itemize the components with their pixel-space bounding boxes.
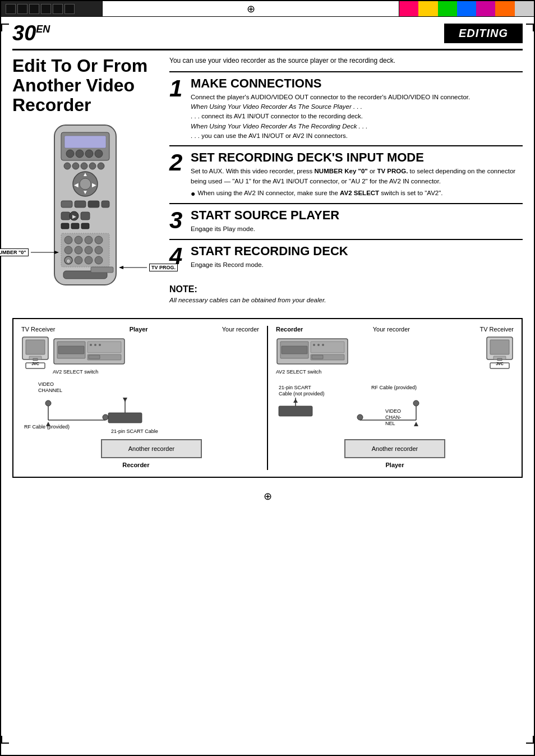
intro-text: You can use your video recorder as the s… — [169, 56, 523, 66]
svg-point-40 — [75, 256, 82, 264]
svg-point-37 — [95, 246, 103, 254]
note-text: All necessary cables can be obtained fro… — [169, 296, 523, 305]
color-block-5 — [476, 1, 495, 16]
svg-point-8 — [72, 163, 79, 169]
svg-rect-26 — [61, 223, 69, 229]
step-4-content: START RECORDING DECK Engage its Record m… — [191, 245, 523, 270]
note-section: NOTE: All necessary cables can be obtain… — [169, 280, 523, 309]
tv-receiver-right-svg: JVC — [486, 336, 514, 370]
svg-rect-81 — [282, 346, 307, 354]
step-4: 4 START RECORDING DECK Engage its Record… — [169, 239, 523, 274]
svg-text:▲: ▲ — [82, 171, 88, 177]
av2-select-label-right: AV2 SELECT switch — [276, 369, 482, 375]
svg-point-31 — [75, 236, 82, 244]
arrow-tvprog — [119, 264, 147, 271]
diagram-left-bottom-label: Recorder — [122, 462, 149, 470]
corner-mark-br — [526, 736, 534, 744]
diagram-right: Recorder Your recorder TV Receiver — [267, 326, 514, 470]
svg-text:CHAN-: CHAN- — [385, 414, 402, 420]
svg-text:▼: ▼ — [82, 189, 88, 195]
another-recorder-right-wrap: Another recorder — [276, 439, 514, 458]
stripe-5 — [53, 4, 63, 14]
tv-receiver-svg: JVC — [21, 336, 49, 370]
av2-select-label-left: AV2 SELECT switch — [53, 369, 259, 375]
step-2-title: SET RECORDING DECK'S INPUT MODE — [191, 151, 523, 164]
svg-rect-25 — [81, 212, 90, 220]
step-4-desc-1: Engage its Record mode. — [191, 261, 264, 268]
diagram-right-your-recorder-label: Your recorder — [373, 326, 410, 333]
diagram-right-devices: AV2 SELECT switch JVC — [276, 336, 514, 375]
svg-point-36 — [85, 246, 93, 254]
top-bar-black — [1, 1, 102, 16]
svg-point-33 — [95, 236, 103, 244]
top-bar-center: ⊕ — [102, 1, 399, 16]
step-1: 1 MAKE CONNECTIONS Connect the player's … — [169, 71, 523, 145]
svg-rect-20 — [88, 201, 99, 208]
diagram-left-connections: VIDEO CHANNEL RF Cable (provided) 21-pin… — [21, 378, 259, 436]
color-block-7 — [515, 1, 534, 16]
svg-text:JVC: JVC — [31, 362, 39, 366]
connections-svg-left: VIDEO CHANNEL RF Cable (provided) 21-pin… — [21, 378, 195, 434]
svg-text:▶: ▶ — [92, 182, 96, 188]
step-1-desc-4: When Using Your Video Recorder As The Re… — [191, 123, 368, 130]
step-2-bullet: ● When using the AV2 IN connector, make … — [191, 188, 523, 199]
step-3: 3 START SOURCE PLAYER Engage its Play mo… — [169, 203, 523, 238]
svg-rect-54 — [33, 358, 38, 361]
svg-point-35 — [75, 246, 82, 254]
step-2-number: 2 — [169, 151, 185, 174]
svg-rect-44 — [91, 267, 113, 273]
svg-point-9 — [81, 163, 87, 169]
step-3-desc-1: Engage its Play mode. — [191, 225, 255, 232]
stripe-3 — [29, 4, 39, 14]
svg-point-69 — [103, 414, 108, 420]
tv-receiver-right: JVC — [486, 336, 514, 371]
svg-point-6 — [95, 150, 103, 158]
svg-marker-105 — [414, 422, 418, 426]
step-1-desc-2: When Using Your Video Recorder As The So… — [191, 103, 362, 110]
number0-label: NUMBER "0" — [0, 248, 59, 256]
svg-point-66 — [45, 400, 51, 406]
corner-mark-tr — [526, 24, 534, 31]
svg-point-84 — [322, 344, 324, 346]
svg-rect-85 — [312, 355, 323, 359]
svg-point-60 — [90, 344, 92, 346]
svg-text:◀: ◀ — [74, 182, 79, 188]
step-4-title: START RECORDING DECK — [191, 245, 523, 258]
svg-rect-50 — [26, 340, 45, 354]
svg-text:0: 0 — [67, 259, 70, 264]
page-number-value: 30 — [12, 21, 36, 45]
svg-text:▶: ▶ — [72, 214, 76, 219]
svg-point-3 — [66, 150, 74, 158]
svg-rect-91 — [497, 358, 502, 361]
stripe-1 — [6, 4, 16, 14]
editing-badge: EDITING — [444, 24, 523, 43]
stripes — [1, 2, 79, 16]
step-2-bullet-text: When using the AV2 IN connector, make su… — [197, 188, 442, 198]
another-recorder-left-box: Another recorder — [101, 439, 202, 458]
diagram-right-bottom-row: Player — [276, 462, 514, 470]
step-1-content: MAKE CONNECTIONS Connect the player's AU… — [191, 77, 523, 141]
color-block-3 — [438, 1, 457, 16]
bottom-compass-icon: ⊕ — [264, 491, 272, 502]
svg-marker-96 — [293, 399, 298, 403]
step-1-desc: Connect the player's AUDIO/VIDEO OUT con… — [191, 93, 523, 141]
svg-point-83 — [317, 344, 320, 346]
svg-rect-19 — [75, 201, 86, 208]
svg-point-11 — [98, 163, 104, 169]
svg-rect-27 — [71, 223, 79, 229]
svg-rect-22 — [61, 212, 70, 220]
svg-point-4 — [76, 150, 84, 158]
compass-icon: ⊕ — [247, 3, 255, 15]
svg-text:21-pin SCART: 21-pin SCART — [279, 385, 311, 390]
step-4-desc: Engage its Record mode. — [191, 260, 523, 270]
svg-text:VIDEO: VIDEO — [38, 381, 54, 387]
svg-text:NEL: NEL — [385, 421, 395, 426]
page-number-suffix: EN — [36, 24, 50, 35]
svg-point-34 — [64, 246, 72, 254]
top-bar: ⊕ — [1, 1, 534, 17]
svg-text:CHANNEL: CHANNEL — [38, 388, 62, 393]
step-2-desc-1: Set to AUX. With this video recorder, pr… — [191, 168, 515, 184]
bottom-diagram: TV Receiver Player Your recorder JVC — [12, 318, 523, 478]
connections-svg-right: 21-pin SCART Cable (not provided) RF Cab… — [276, 378, 450, 434]
page-title: Edit To Or From Another Video Recorder — [12, 56, 158, 116]
